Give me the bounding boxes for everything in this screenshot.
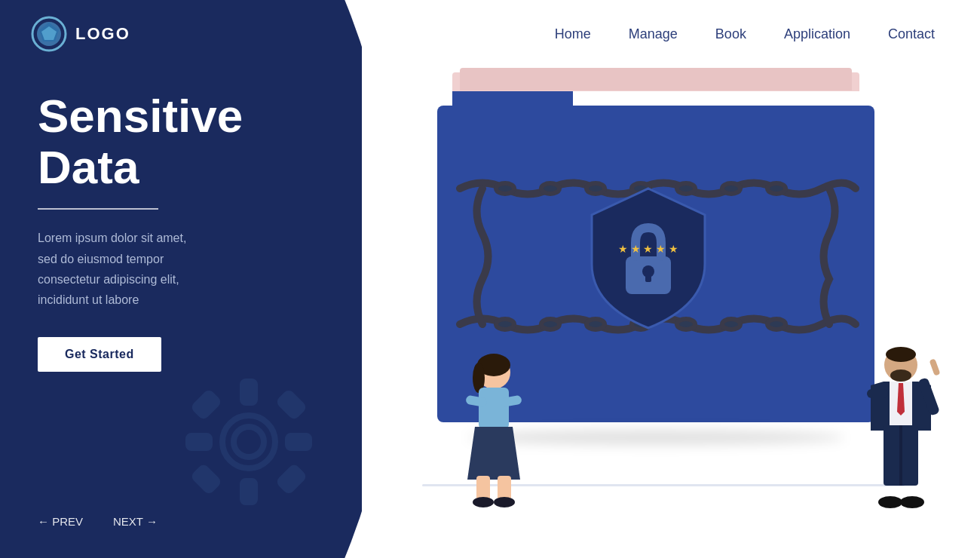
nav-manage[interactable]: Manage xyxy=(629,26,678,42)
logo-icon xyxy=(30,15,68,53)
svg-point-4 xyxy=(222,415,275,468)
svg-rect-9 xyxy=(288,436,309,448)
nav-arrows: ← PREV NEXT → xyxy=(38,515,158,528)
folder-paper-1 xyxy=(460,68,852,90)
svg-point-21 xyxy=(496,319,514,330)
svg-point-40 xyxy=(473,497,494,507)
nav-contact[interactable]: Contact xyxy=(888,26,935,42)
svg-point-52 xyxy=(900,496,924,508)
hero-title: Sensitive Data xyxy=(38,90,339,193)
svg-rect-10 xyxy=(194,392,219,417)
svg-rect-6 xyxy=(243,382,255,403)
svg-rect-7 xyxy=(243,481,255,502)
hero-description: Lorem ipsum dolor sit amet, sed do eiusm… xyxy=(38,228,339,310)
illustration: ★ ★ ★ ★ ★ xyxy=(392,60,957,535)
svg-rect-30 xyxy=(645,271,651,282)
svg-rect-11 xyxy=(279,392,304,417)
header: LOGO Home Manage Book Application Contac… xyxy=(0,0,980,68)
logo-text: LOGO xyxy=(75,24,130,44)
svg-text:★ ★ ★ ★ ★: ★ ★ ★ ★ ★ xyxy=(618,243,679,255)
next-arrow[interactable]: NEXT → xyxy=(113,515,158,528)
svg-point-15 xyxy=(541,183,559,194)
svg-point-27 xyxy=(767,319,786,330)
person-man xyxy=(859,344,942,513)
svg-point-41 xyxy=(494,497,515,507)
shield-icon: ★ ★ ★ ★ ★ xyxy=(584,181,712,332)
svg-rect-47 xyxy=(929,358,940,376)
hero-content: Sensitive Data Lorem ipsum dolor sit ame… xyxy=(38,90,339,372)
svg-point-19 xyxy=(722,183,740,194)
person-woman xyxy=(452,351,535,513)
svg-rect-8 xyxy=(188,436,210,448)
logo-area: LOGO xyxy=(30,15,130,53)
main-nav: Home Manage Book Application Contact xyxy=(555,26,935,42)
nav-book[interactable]: Book xyxy=(715,26,746,42)
svg-point-44 xyxy=(890,369,911,382)
svg-point-43 xyxy=(886,347,916,362)
svg-rect-48 xyxy=(867,389,888,398)
svg-point-22 xyxy=(541,319,559,330)
nav-home[interactable]: Home xyxy=(555,26,591,42)
svg-point-51 xyxy=(878,496,902,508)
svg-point-20 xyxy=(767,183,786,194)
gear-decoration xyxy=(181,374,317,513)
svg-point-14 xyxy=(496,183,514,194)
prev-arrow[interactable]: ← PREV xyxy=(38,515,83,528)
get-started-button[interactable]: Get Started xyxy=(38,337,161,372)
svg-rect-50 xyxy=(899,425,902,486)
svg-rect-13 xyxy=(279,467,304,492)
hero-divider xyxy=(38,208,158,210)
svg-point-5 xyxy=(234,427,264,457)
svg-point-26 xyxy=(722,319,740,330)
svg-rect-12 xyxy=(194,467,219,492)
svg-rect-35 xyxy=(479,388,509,429)
nav-application[interactable]: Application xyxy=(784,26,850,42)
